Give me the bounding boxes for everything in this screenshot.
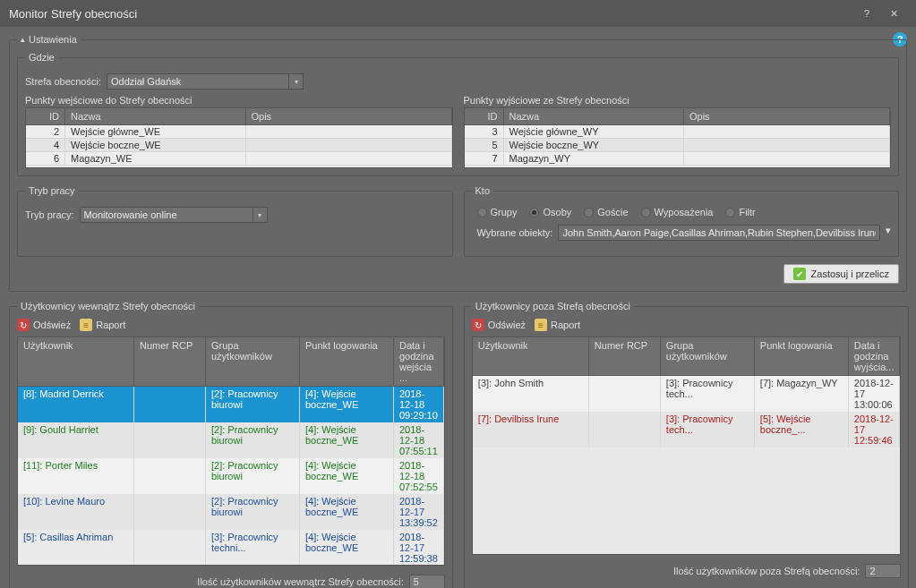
help-button[interactable]: ? [853,0,880,27]
col-id[interactable]: ID [465,108,504,124]
col-desc[interactable]: Opis [246,108,452,124]
outside-count-value: 2 [865,564,901,578]
title-bar: Monitor Strefy obecności ? ✕ [0,0,916,27]
table-row[interactable]: [5]: Casillas Ahriman[3]: Pracownicy tec… [18,530,444,566]
radio-guests[interactable]: Goście [584,207,628,217]
table-row[interactable]: 7Magazyn_WY [465,152,891,166]
table-row[interactable]: 2Wejście główne_WE [26,125,452,139]
check-icon: ✔ [793,268,806,280]
table-row[interactable]: [10]: Levine Mauro[2]: Pracownicy biurow… [18,494,444,530]
chevron-up-icon: ▴ [21,35,25,44]
table-row[interactable]: 3Wejście główne_WY [465,125,891,139]
inside-report-button[interactable]: ≡Raport [80,319,125,331]
report-icon: ≡ [80,319,92,331]
mode-legend: Tryb pracy [25,185,79,196]
exit-points-title: Punkty wyjściowe ze Strefy obecności [464,95,892,106]
col-group[interactable]: Grupa użytkowników [661,337,755,375]
mode-dropdown-icon[interactable]: ▾ [253,207,268,223]
report-icon: ≡ [535,319,547,331]
table-row[interactable]: 5Wejście boczne_WY [465,139,891,152]
where-panel: Gdzie Strefa obecności: Oddział Gdańsk ▾… [17,52,899,176]
outside-panel: Użytkownicy poza Strefą obecności ↻Odświ… [464,301,910,588]
settings-legend-text: Ustawienia [29,34,77,45]
radio-groups[interactable]: Grupy [477,207,518,217]
table-row[interactable]: [7]: Devilbiss Irune[3]: Pracownicy tech… [473,412,901,447]
exit-grid-header: ID Nazwa Opis [464,107,892,125]
col-name[interactable]: Nazwa [65,108,246,124]
inside-grid-body[interactable]: [8]: Madrid Derrick[2]: Pracownicy biuro… [17,387,445,566]
apply-button[interactable]: ✔ Zastosuj i przelicz [783,264,899,284]
refresh-icon: ↻ [472,319,484,331]
col-date[interactable]: Data i godzina wejścia ... [394,337,444,386]
where-legend: Gdzie [25,52,58,63]
inside-count-label: Ilość użytkowników wewnątrz Strefy obecn… [197,576,403,587]
zone-select[interactable]: Oddział Gdańsk [107,73,289,89]
inside-legend: Użytkownicy wewnątrz Strefy obecności [17,301,199,311]
mode-select[interactable]: Monitorowanie online [80,207,253,223]
window-title: Monitor Strefy obecności [9,7,853,21]
radio-filter[interactable]: Filtr [725,207,755,217]
radio-persons[interactable]: Osoby [529,207,571,217]
col-name[interactable]: Nazwa [504,108,685,124]
table-row[interactable]: 4Wejście boczne_WE [26,139,452,152]
close-button[interactable]: ✕ [880,0,907,27]
objects-label: Wybrane obiekty: [477,227,553,238]
outside-refresh-button[interactable]: ↻Odśwież [472,319,526,331]
entry-grid-body[interactable]: 2Wejście główne_WE4Wejście boczne_WE6Mag… [25,125,453,168]
inside-panel: Użytkownicy wewnątrz Strefy obecności ↻O… [9,301,453,588]
outside-report-button[interactable]: ≡Raport [535,319,580,331]
outside-grid-header: Użytkownik Numer RCP Grupa użytkowników … [472,337,902,376]
settings-expander[interactable]: ▴ Ustawienia [17,34,81,45]
table-row[interactable]: [11]: Porter Miles[2]: Pracownicy biurow… [18,458,444,494]
table-row[interactable]: [9]: Gould Harriet[2]: Pracownicy biurow… [18,422,444,458]
radio-equipment[interactable]: Wyposażenia [641,207,714,217]
col-point[interactable]: Punkt logowania [300,337,394,386]
objects-input[interactable] [558,225,880,241]
exit-grid-body[interactable]: 3Wejście główne_WY5Wejście boczne_WY7Mag… [464,125,892,168]
outside-grid-body[interactable]: [3]: John Smith[3]: Pracownicy tech...[7… [472,376,902,555]
col-user[interactable]: Użytkownik [18,337,134,386]
table-row[interactable]: 6Magazyn_WE [26,152,452,166]
settings-panel: ▴ Ustawienia Gdzie Strefa obecności: Odd… [9,34,907,292]
col-id[interactable]: ID [26,108,65,124]
outside-legend: Użytkownicy poza Strefą obecności [472,301,634,311]
who-legend: Kto [472,185,494,196]
table-row[interactable]: [8]: Madrid Derrick[2]: Pracownicy biuro… [18,387,444,422]
zone-label: Strefa obecności: [25,76,101,87]
mode-panel: Tryb pracy Tryb pracy: Monitorowanie onl… [17,185,453,257]
col-desc[interactable]: Opis [684,108,890,124]
entry-grid-header: ID Nazwa Opis [25,107,453,125]
col-user[interactable]: Użytkownik [473,337,589,375]
col-date[interactable]: Data i godzina wyjścia... [849,337,901,375]
entry-points-title: Punkty wejściowe do Strefy obecności [25,95,453,106]
inside-refresh-button[interactable]: ↻Odśwież [17,319,71,331]
inside-grid-header: Użytkownik Numer RCP Grupa użytkowników … [17,337,445,387]
objects-dropdown-icon[interactable]: ▾ [886,225,891,241]
who-panel: Kto Grupy Osoby Goście Wyposażenia Filtr… [464,185,900,257]
mode-label: Tryb pracy: [25,209,74,220]
table-row[interactable]: [3]: John Smith[3]: Pracownicy tech...[7… [473,376,901,412]
refresh-icon: ↻ [17,319,30,331]
inside-count-value: 5 [409,575,445,588]
col-rcp[interactable]: Numer RCP [134,337,206,386]
col-rcp[interactable]: Numer RCP [589,337,661,375]
col-group[interactable]: Grupa użytkowników [206,337,300,386]
apply-button-label: Zastosuj i przelicz [811,268,889,279]
col-point[interactable]: Punkt logowania [755,337,849,375]
zone-dropdown-icon[interactable]: ▾ [289,73,304,89]
outside-count-label: Ilość użytkowników poza Strefą obecności… [673,566,860,576]
